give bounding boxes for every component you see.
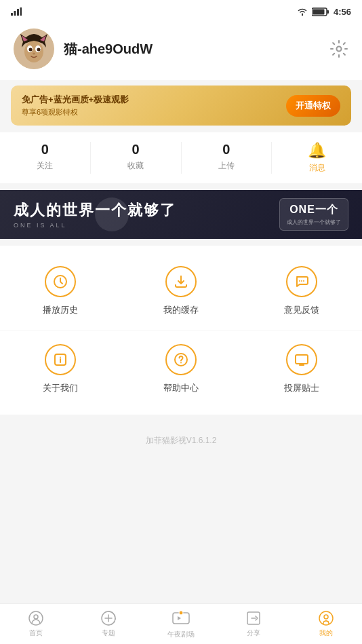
ad-banner[interactable]: 成人的世界一个就够了 ONE IS ALL ONE一个 成人的世界一个就够了 <box>0 190 362 239</box>
nav-mine[interactable]: 我的 <box>289 604 362 644</box>
feedback-icon-circle <box>286 266 317 297</box>
vip-subtitle: 尊享6项观影特权 <box>22 107 286 117</box>
download-icon <box>174 274 188 289</box>
chat-icon <box>294 274 309 289</box>
svg-rect-5 <box>327 10 329 14</box>
history-icon-circle <box>45 266 76 297</box>
settings-button[interactable] <box>329 39 348 58</box>
nav-share-label: 分享 <box>247 628 260 638</box>
nav-home-label: 首页 <box>29 628 43 638</box>
share-icon <box>245 610 262 626</box>
about-icon-circle <box>45 344 76 375</box>
wifi-icon <box>297 7 308 16</box>
bell-icon: 🔔 <box>308 142 326 159</box>
one-logo: ONE一个 <box>289 203 338 217</box>
nav-midnight-label: 午夜剧场 <box>167 630 195 639</box>
svg-point-28 <box>179 611 183 615</box>
cast-icon-circle <box>286 344 317 375</box>
avatar-image <box>14 29 54 69</box>
ad-right-block: ONE一个 成人的世界一个就够了 <box>279 198 348 231</box>
version-text: 加菲猫影视V1.6.1.2 <box>146 436 217 445</box>
feedback-label: 意见反馈 <box>284 304 319 316</box>
svg-point-11 <box>29 48 33 52</box>
version-row: 加菲猫影视V1.6.1.2 <box>0 421 362 460</box>
svg-point-20 <box>60 357 61 358</box>
svg-point-8 <box>24 41 43 62</box>
header: 猫-ahe9OudW <box>0 20 362 80</box>
user-info: 猫-ahe9OudW <box>14 29 153 69</box>
stat-collect[interactable]: 0 收藏 <box>91 142 182 174</box>
nav-midnight[interactable]: 午夜剧场 <box>145 604 218 644</box>
stat-message[interactable]: 🔔 消息 <box>272 142 362 174</box>
svg-rect-6 <box>313 9 324 14</box>
svg-point-24 <box>29 611 43 625</box>
menu-section: 播放历史 我的缓存 意见反馈 <box>0 246 362 415</box>
one-sub: 成人的世界一个就够了 <box>287 219 341 226</box>
cache-label: 我的缓存 <box>163 304 199 316</box>
menu-cast[interactable]: 投屏贴士 <box>241 330 362 408</box>
svg-rect-23 <box>296 355 308 364</box>
message-label: 消息 <box>309 162 325 174</box>
svg-point-25 <box>34 615 38 619</box>
history-label: 播放历史 <box>43 304 78 316</box>
stat-upload[interactable]: 0 上传 <box>182 142 273 174</box>
nav-home[interactable]: 首页 <box>0 604 73 644</box>
bottom-nav: 首页 专题 午夜剧场 分享 我的 <box>0 603 362 644</box>
menu-about[interactable]: 关于我们 <box>0 330 121 408</box>
ad-sub-text: ONE IS ALL <box>14 222 176 229</box>
svg-point-22 <box>180 362 182 364</box>
menu-help[interactable]: 帮助中心 <box>121 330 241 408</box>
svg-point-13 <box>33 53 35 55</box>
question-icon <box>174 352 188 367</box>
menu-feedback[interactable]: 意见反馈 <box>241 252 362 330</box>
home-icon <box>28 610 44 626</box>
ad-circle-decoration <box>95 197 129 231</box>
svg-rect-0 <box>11 13 13 16</box>
follow-count: 0 <box>41 142 49 157</box>
vip-title: 免广告+蓝光画质+极速观影 <box>22 94 286 106</box>
cache-icon-circle <box>165 266 197 297</box>
collect-label: 收藏 <box>127 160 144 172</box>
svg-rect-3 <box>20 7 22 16</box>
help-label: 帮助中心 <box>163 382 199 394</box>
avatar <box>14 29 54 69</box>
svg-rect-1 <box>14 11 16 16</box>
svg-point-14 <box>337 47 342 52</box>
vip-text-block: 免广告+蓝光画质+极速观影 尊享6项观影特权 <box>22 94 286 117</box>
time-display: 4:56 <box>334 7 351 17</box>
stats-row: 0 关注 0 收藏 0 上传 🔔 消息 <box>0 132 362 183</box>
svg-point-31 <box>324 615 328 619</box>
svg-point-16 <box>299 280 300 282</box>
status-right: 4:56 <box>297 7 351 17</box>
upload-count: 0 <box>222 142 230 157</box>
battery-icon <box>312 7 329 16</box>
topic-icon <box>100 610 117 626</box>
signal-icon <box>11 7 22 16</box>
svg-point-17 <box>301 280 302 282</box>
svg-point-30 <box>319 611 333 625</box>
username-label: 猫-ahe9OudW <box>64 40 153 58</box>
status-bar: 4:56 <box>0 0 362 20</box>
collect-count: 0 <box>132 142 140 157</box>
clock-icon <box>53 274 68 289</box>
nav-topic[interactable]: 专题 <box>73 604 145 644</box>
upload-label: 上传 <box>218 160 235 172</box>
mine-icon <box>318 610 334 626</box>
follow-label: 关注 <box>37 160 53 172</box>
svg-rect-2 <box>17 9 19 16</box>
menu-history[interactable]: 播放历史 <box>0 252 121 330</box>
info-icon <box>53 352 68 367</box>
vip-banner[interactable]: 免广告+蓝光画质+极速观影 尊享6项观影特权 开通特权 <box>11 86 351 126</box>
stat-follow[interactable]: 0 关注 <box>0 142 91 174</box>
help-icon-circle <box>165 344 197 375</box>
nav-share[interactable]: 分享 <box>217 604 289 644</box>
status-left <box>11 7 22 16</box>
about-label: 关于我们 <box>43 382 78 394</box>
nav-topic-label: 专题 <box>102 628 115 638</box>
menu-cache[interactable]: 我的缓存 <box>121 252 241 330</box>
nav-mine-label: 我的 <box>319 628 333 638</box>
svg-point-18 <box>303 280 304 282</box>
menu-grid: 播放历史 我的缓存 意见反馈 <box>0 252 362 408</box>
cast-label: 投屏贴士 <box>284 382 319 394</box>
vip-open-button[interactable]: 开通特权 <box>286 95 340 117</box>
